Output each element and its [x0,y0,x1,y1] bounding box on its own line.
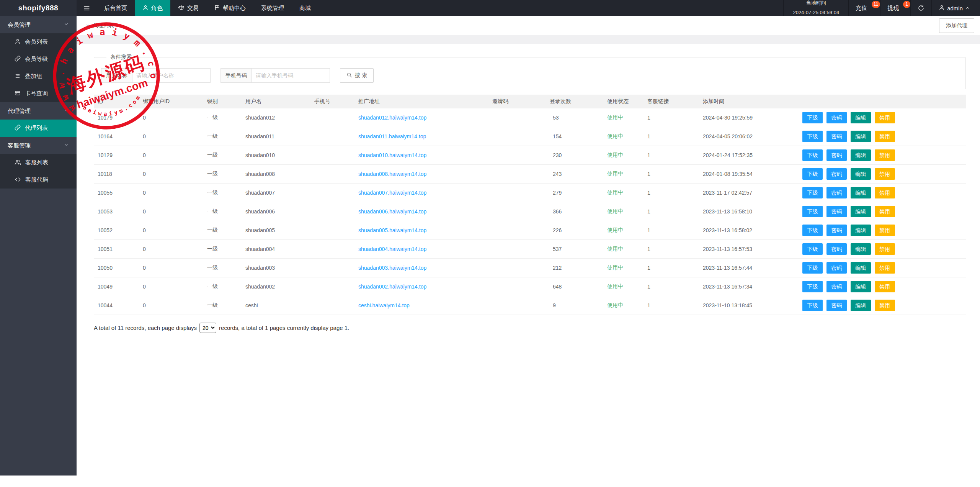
sidebar-item-stack-group[interactable]: 叠加组 [0,68,77,85]
disable-button[interactable]: 禁用 [875,149,895,161]
add-agent-button[interactable]: 添加代理 [939,18,974,33]
refresh-icon[interactable] [910,0,931,16]
cell-login-count: 226 [546,221,603,240]
password-button[interactable]: 密码 [826,300,847,311]
search-button[interactable]: 搜 索 [340,68,374,83]
subordinate-button[interactable]: 下级 [802,187,823,198]
withdraw-button[interactable]: 提现 1 [880,0,910,16]
hamburger-icon[interactable] [77,0,96,16]
cell-level: 一级 [203,127,242,146]
disable-button[interactable]: 禁用 [875,225,895,236]
edit-button[interactable]: 编辑 [851,262,871,274]
promo-link[interactable]: shuadan011.haiwaiym14.top [358,133,426,139]
promo-link[interactable]: shuadan004.haiwaiym14.top [358,246,426,252]
nav-item-mall[interactable]: 商城 [292,0,318,16]
edit-button[interactable]: 编辑 [851,149,871,161]
promo-link[interactable]: shuadan006.haiwaiym14.top [358,208,426,215]
disable-button[interactable]: 禁用 [875,168,895,180]
phone-input[interactable] [252,68,330,83]
nav-label: 系统管理 [261,5,284,12]
cell-username: shuadan007 [242,184,310,202]
withdraw-label: 提现 [887,5,899,12]
nav-item-system[interactable]: 系统管理 [253,0,292,16]
disable-button[interactable]: 禁用 [875,187,895,198]
subordinate-button[interactable]: 下级 [802,112,823,123]
recharge-button[interactable]: 充值 11 [848,0,880,16]
password-button[interactable]: 密码 [826,187,847,198]
disable-button[interactable]: 禁用 [875,131,895,142]
password-button[interactable]: 密码 [826,243,847,255]
subordinate-button[interactable]: 下级 [802,300,823,311]
nav-item-trade[interactable]: 交易 [170,0,206,16]
password-button[interactable]: 密码 [826,262,847,274]
nav-item-help[interactable]: 帮助中心 [206,0,253,16]
promo-link[interactable]: shuadan003.haiwaiym14.top [358,265,426,271]
subordinate-button[interactable]: 下级 [802,281,823,292]
promo-link[interactable]: shuadan008.haiwaiym14.top [358,171,426,177]
edit-button[interactable]: 编辑 [851,168,871,180]
sidebar-item-service-code[interactable]: 客服代码 [0,171,77,189]
sidebar-item-card-query[interactable]: 卡号查询 [0,85,77,102]
username-input[interactable] [132,68,211,83]
admin-menu[interactable]: admin [931,0,980,16]
sidebar-group-agent[interactable]: 代理管理 [0,102,77,120]
subordinate-button[interactable]: 下级 [802,262,823,274]
page-size-select[interactable]: 20 [199,323,216,333]
edit-button[interactable]: 编辑 [851,206,871,217]
nav-item-home[interactable]: 后台首页 [96,0,135,16]
edit-button[interactable]: 编辑 [851,281,871,292]
cell-bind-uid: 0 [139,202,203,221]
subordinate-button[interactable]: 下级 [802,168,823,180]
promo-link[interactable]: shuadan002.haiwaiym14.top [358,284,426,290]
subordinate-button[interactable]: 下级 [802,206,823,217]
subordinate-button[interactable]: 下级 [802,225,823,236]
password-button[interactable]: 密码 [826,225,847,236]
disable-button[interactable]: 禁用 [875,300,895,311]
disable-button[interactable]: 禁用 [875,262,895,274]
edit-button[interactable]: 编辑 [851,225,871,236]
promo-link[interactable]: shuadan007.haiwaiym14.top [358,190,426,196]
password-button[interactable]: 密码 [826,206,847,217]
edit-button[interactable]: 编辑 [851,300,871,311]
password-button[interactable]: 密码 [826,112,847,123]
password-button[interactable]: 密码 [826,281,847,292]
promo-link[interactable]: shuadan012.haiwaiym14.top [358,115,426,121]
app-logo[interactable]: shopify888 [0,0,77,16]
subordinate-button[interactable]: 下级 [802,149,823,161]
topbar-right: 当地时间 2024-07-25 04:59:04 充值 11 提现 1 admi… [783,0,980,16]
edit-button[interactable]: 编辑 [851,131,871,142]
sidebar-group-member[interactable]: 会员管理 [0,16,77,33]
password-button[interactable]: 密码 [826,149,847,161]
sidebar-item-member-level[interactable]: 会员等级 [0,51,77,68]
disable-button[interactable]: 禁用 [875,243,895,255]
cell-status: 使用中 [603,146,644,165]
local-time-value: 2024-07-25 04:59:04 [793,9,839,16]
promo-link[interactable]: shuadan010.haiwaiym14.top [358,152,426,158]
sidebar-item-member-list[interactable]: 会员列表 [0,33,77,51]
promo-link[interactable]: ceshi.haiwaiym14.top [358,302,410,308]
edit-button[interactable]: 编辑 [851,112,871,123]
disable-button[interactable]: 禁用 [875,112,895,123]
subordinate-button[interactable]: 下级 [802,243,823,255]
cell-actions: 下级 密码 编辑 禁用 [802,146,966,165]
promo-link[interactable]: shuadan005.haiwaiym14.top [358,227,426,233]
password-button[interactable]: 密码 [826,168,847,180]
chevron-down-icon [64,16,69,33]
subordinate-button[interactable]: 下级 [802,131,823,142]
edit-button[interactable]: 编辑 [851,187,871,198]
cell-phone [310,146,354,165]
cell-id: 10051 [94,240,139,259]
disable-button[interactable]: 禁用 [875,206,895,217]
sidebar-item-agent-list[interactable]: 代理列表 [0,120,77,137]
sidebar-group-service[interactable]: 客服管理 [0,137,77,154]
search-icon [346,72,352,79]
password-button[interactable]: 密码 [826,131,847,142]
cell-status: 使用中 [603,259,644,277]
content-divider [77,35,980,44]
disable-button[interactable]: 禁用 [875,281,895,292]
nav-item-role[interactable]: 角色 [135,0,170,16]
cell-login-count: 53 [546,108,603,127]
edit-button[interactable]: 编辑 [851,243,871,255]
sidebar-item-service-list[interactable]: 客服列表 [0,154,77,171]
cell-username: shuadan012 [242,108,310,127]
